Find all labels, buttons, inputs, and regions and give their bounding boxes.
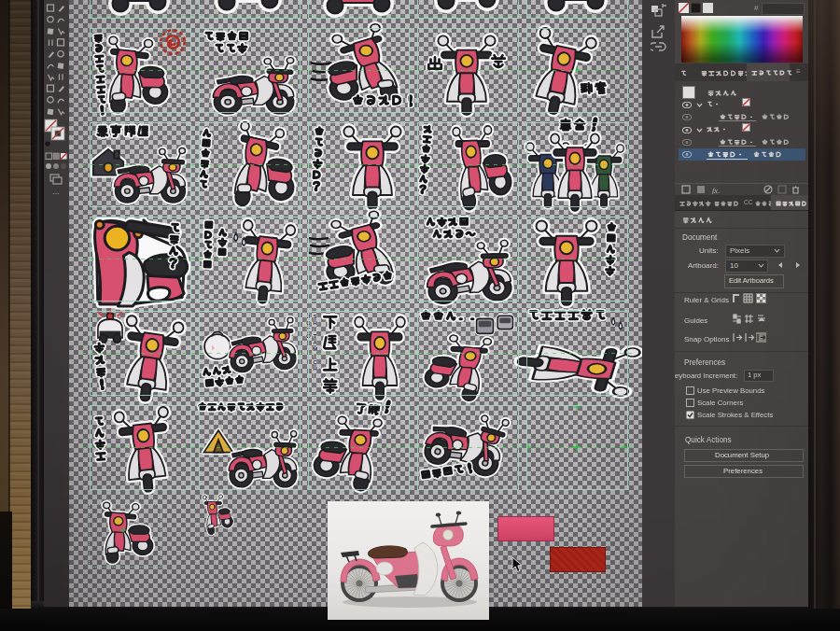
svg-text:fx.: fx. (712, 186, 720, 195)
svg-text:...: ... (52, 187, 60, 196)
